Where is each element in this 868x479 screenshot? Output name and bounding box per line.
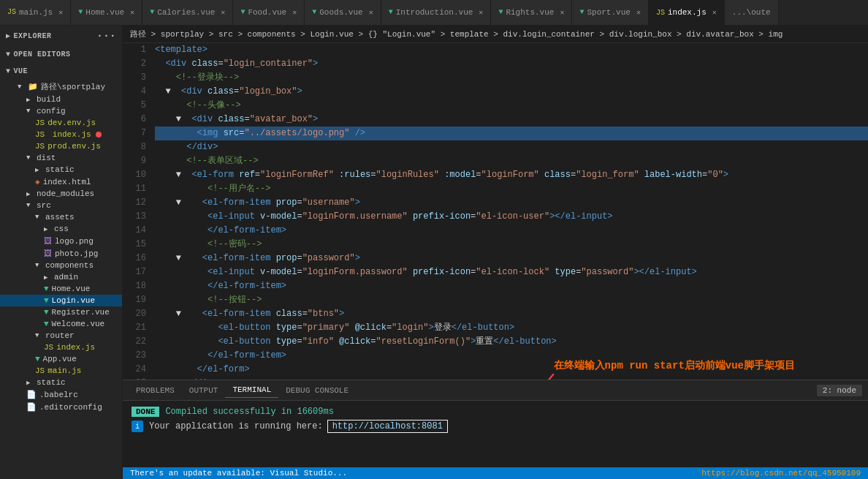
tab-label: Goods.vue [319, 8, 362, 17]
chevron-right-icon: ▶ [44, 274, 51, 282]
tab-bar: JS main.js ✕ ▼ Home.vue ✕ ▼ Calories.vue… [0, 0, 868, 26]
modified-dot [96, 132, 102, 137]
tab-label: Rights.vue [506, 8, 554, 17]
folder-icon: 📁 [28, 82, 38, 91]
sidebar-item-app-vue[interactable]: ▼ App.vue [0, 353, 122, 365]
code-line-24: </el-form> [155, 363, 868, 377]
more-icon[interactable]: ··· [96, 30, 116, 42]
tab-introduction-vue[interactable]: ▼ Introduction.vue ✕ [381, 0, 492, 25]
sidebar-item-src[interactable]: ▼ src [0, 200, 122, 211]
sidebar-item-config-index-js[interactable]: JS index.js [0, 129, 122, 140]
js-file-icon: JS [35, 118, 45, 127]
code-line-20: ▼ <el-form-item class="btns"> [155, 307, 868, 321]
tab-label: Food.vue [248, 8, 286, 17]
sidebar-item-css[interactable]: ▶ css [0, 223, 122, 235]
terminal-area: PROBLEMS OUTPUT TERMINAL DEBUG CONSOLE 2… [123, 380, 868, 467]
open-editors-header[interactable]: ▼ OPEN EDITORS [0, 46, 122, 63]
sidebar-item-login-vue[interactable]: ▼ Login.vue [0, 295, 122, 306]
close-icon[interactable]: ✕ [130, 8, 134, 17]
sidebar-item-dev-env[interactable]: JS dev.env.js [0, 117, 122, 129]
close-icon[interactable]: ✕ [479, 8, 483, 17]
tab-route[interactable]: ...\oute [725, 0, 779, 25]
tab-main-js[interactable]: JS main.js ✕ [0, 0, 71, 25]
tab-debug-console[interactable]: DEBUG CONSOLE [278, 383, 356, 398]
tab-index-js[interactable]: JS index.js ✕ [649, 0, 725, 25]
sidebar-item-index-html[interactable]: ◈ index.html [0, 176, 122, 188]
sidebar-item-editorconfig[interactable]: 📄 .editorconfig [0, 401, 122, 413]
code-line-1: <template> [155, 43, 868, 57]
image-icon: 🖼 [44, 249, 52, 258]
tab-label: Introduction.vue [396, 8, 473, 17]
tab-output[interactable]: OUTPUT [182, 383, 226, 398]
close-icon[interactable]: ✕ [292, 8, 297, 17]
code-area[interactable]: 12345 678910 1112131415 1617181920 21222… [123, 43, 868, 380]
sidebar-item-dist[interactable]: ▼ dist [0, 152, 122, 164]
update-text: There's an update available: Visual Stud… [130, 469, 347, 478]
code-line-10: ▼ <el-form ref="loginFormRef" :rules="lo… [155, 168, 868, 182]
chevron-down-icon: ▼ [26, 108, 34, 115]
sidebar-item-components[interactable]: ▼ components [0, 260, 122, 271]
code-line-23: </el-form-item> [155, 349, 868, 363]
tab-rights-vue[interactable]: ▼ Rights.vue ✕ [491, 0, 572, 25]
sidebar-item-prod-env[interactable]: JS prod.env.js [0, 140, 122, 152]
code-line-4: ▼ <div class="login_box"> [155, 85, 868, 99]
sidebar-item-router-index[interactable]: JS index.js [0, 342, 122, 353]
sidebar-item-home-vue[interactable]: ▼ Home.vue [0, 283, 122, 295]
sidebar-item-router[interactable]: ▼ router [0, 330, 122, 342]
sidebar-item-static[interactable]: ▶ static [0, 164, 122, 176]
sidebar-item-sportplay[interactable]: ▼ 📁 路径\sportplay [0, 80, 122, 94]
sidebar-item-babelrc[interactable]: 📄 .babelrc [0, 388, 122, 401]
tab-label: Home.vue [85, 8, 124, 17]
done-badge: DONE [132, 407, 159, 417]
vue-file-icon: ▼ [44, 308, 49, 317]
vue-icon: ▼ [579, 8, 584, 16]
close-icon[interactable]: ✕ [58, 8, 63, 17]
vue-icon: ▼ [78, 8, 83, 16]
code-line-15: <!--密码--> [155, 238, 868, 252]
close-icon[interactable]: ✕ [636, 8, 641, 17]
close-icon[interactable]: ✕ [221, 8, 225, 17]
sidebar-item-photo-jpg[interactable]: 🖼 photo.jpg [0, 247, 122, 260]
breadcrumb: 路径 > sportplay > src > components > Logi… [123, 26, 868, 43]
csdn-link[interactable]: https://blog.csdn.net/qq_45950109 [701, 469, 861, 478]
vue-file-icon: ▼ [44, 296, 49, 305]
tab-goods-vue[interactable]: ▼ Goods.vue ✕ [305, 0, 381, 25]
sidebar-item-logo-png[interactable]: 🖼 logo.png [0, 235, 122, 247]
code-line-8: </div> [155, 140, 868, 154]
tab-problems[interactable]: PROBLEMS [129, 383, 182, 398]
close-icon[interactable]: ✕ [712, 8, 717, 17]
js-icon: JS [656, 9, 665, 17]
tab-home-vue[interactable]: ▼ Home.vue ✕ [71, 0, 142, 25]
sidebar-item-welcome-vue[interactable]: ▼ Welcome.vue [0, 318, 122, 330]
sidebar-item-static2[interactable]: ▶ static [0, 377, 122, 388]
sidebar-item-register-vue[interactable]: ▼ Register.vue [0, 306, 122, 318]
code-lines: <template> <div class="login_container">… [152, 43, 868, 380]
chevron-down-icon: ▼ [35, 332, 42, 339]
tab-calories-vue[interactable]: ▼ Calories.vue ✕ [142, 0, 233, 25]
compile-text: Compiled successfully in 16609ms [165, 407, 333, 417]
chevron-right-icon: ▶ [35, 166, 42, 174]
sidebar-item-main-js[interactable]: JS main.js [0, 365, 122, 377]
tab-label: ...\oute [732, 8, 771, 17]
sidebar-item-node-modules[interactable]: ▶ node_modules [0, 188, 122, 200]
tab-sport-vue[interactable]: ▼ Sport.vue ✕ [572, 0, 648, 25]
tab-terminal[interactable]: TERMINAL [225, 382, 278, 398]
sidebar-item-build[interactable]: ▶ build [0, 94, 122, 105]
code-line-19: <!--按钮--> [155, 293, 868, 307]
close-icon[interactable]: ✕ [560, 8, 564, 17]
code-line-21: <el-button type="primary" @click="login"… [155, 321, 868, 335]
terminal-tabs: PROBLEMS OUTPUT TERMINAL DEBUG CONSOLE 2… [123, 380, 868, 401]
code-line-6: ▼ <div class="avatar_box"> [155, 113, 868, 127]
tab-food-vue[interactable]: ▼ Food.vue ✕ [233, 0, 305, 25]
vue-file-icon: ▼ [44, 284, 49, 293]
explorer-header[interactable]: ▶ EXPLORER ··· [0, 26, 122, 46]
close-icon[interactable]: ✕ [369, 8, 373, 17]
tab-label: Sport.vue [587, 8, 630, 17]
vue-section-header[interactable]: ▼ VUE [0, 63, 122, 80]
sidebar-item-config[interactable]: ▼ config [0, 105, 122, 117]
chevron-right-icon: ▶ [26, 96, 34, 104]
sidebar-item-assets[interactable]: ▼ assets [0, 211, 122, 223]
sidebar-item-admin[interactable]: ▶ admin [0, 271, 122, 283]
terminal-url-line: i Your application is running here: http… [132, 420, 859, 433]
app-url[interactable]: http://localhost:8081 [327, 420, 448, 433]
